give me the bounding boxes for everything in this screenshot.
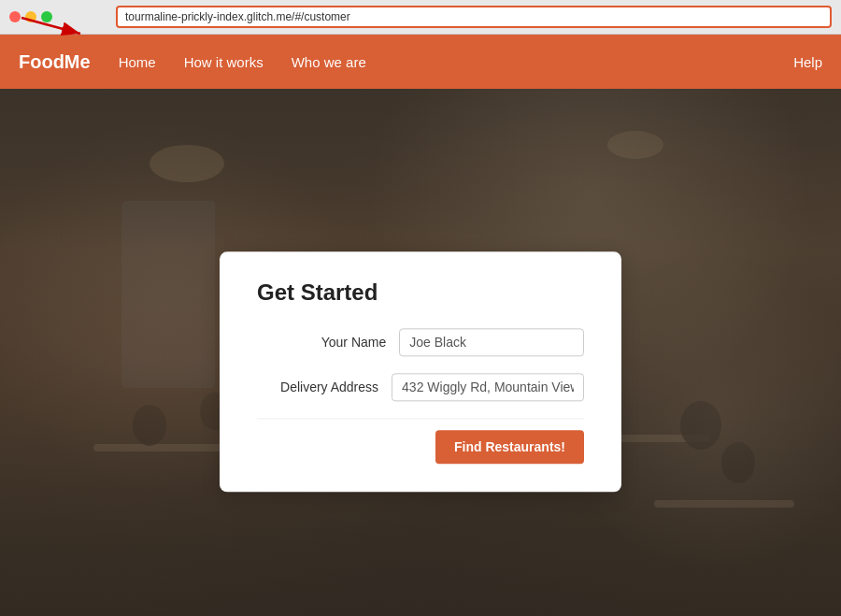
close-dot[interactable]: [9, 11, 21, 22]
nav-who-we-are[interactable]: Who we are: [292, 54, 366, 70]
svg-point-8: [133, 405, 166, 446]
address-input[interactable]: [392, 373, 584, 401]
card-footer: Find Restaurants!: [257, 418, 584, 464]
url-text: tourmaline-prickly-index.glitch.me/#/cus…: [125, 10, 350, 23]
card-title: Get Started: [257, 279, 584, 306]
nav-links: Home How it works Who we are: [119, 54, 793, 70]
nav-brand[interactable]: FoodMe: [19, 51, 91, 73]
svg-rect-14: [121, 201, 215, 388]
address-bar[interactable]: tourmaline-prickly-index.glitch.me/#/cus…: [116, 6, 832, 28]
browser-dots: [9, 11, 52, 22]
page-wrapper: FoodMe Home How it works Who we are Help: [0, 35, 841, 616]
address-form-group: Delivery Address: [257, 373, 584, 401]
hero-section: Get Started Your Name Delivery Address F…: [0, 89, 841, 616]
maximize-dot[interactable]: [41, 11, 52, 22]
nav-help[interactable]: Help: [793, 54, 822, 70]
svg-rect-7: [654, 500, 794, 508]
name-label: Your Name: [257, 335, 386, 350]
name-form-group: Your Name: [257, 328, 584, 356]
nav-how-it-works[interactable]: How it works: [184, 54, 264, 70]
name-input[interactable]: [399, 328, 584, 356]
get-started-card: Get Started Your Name Delivery Address F…: [220, 251, 621, 492]
address-label: Delivery Address: [257, 380, 378, 394]
nav-home[interactable]: Home: [119, 54, 156, 70]
svg-point-3: [607, 131, 663, 159]
browser-chrome: tourmaline-prickly-index.glitch.me/#/cus…: [0, 0, 841, 35]
navbar: FoodMe Home How it works Who we are Help: [0, 35, 841, 89]
minimize-dot[interactable]: [25, 11, 36, 22]
find-restaurants-button[interactable]: Find Restaurants!: [435, 430, 584, 464]
svg-point-12: [680, 401, 721, 450]
svg-point-2: [150, 145, 224, 182]
svg-point-13: [721, 442, 755, 483]
